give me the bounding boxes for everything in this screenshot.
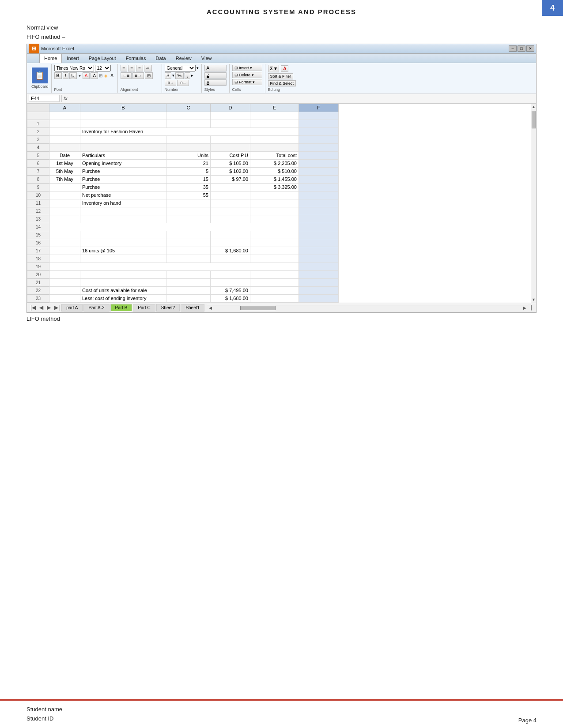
cell[interactable] xyxy=(49,112,80,120)
sheet-tab-sheet1[interactable]: Sheet1 xyxy=(181,304,204,311)
cell[interactable] xyxy=(299,159,339,167)
cell[interactable] xyxy=(299,215,339,223)
cell[interactable] xyxy=(49,286,80,294)
tab-formulas[interactable]: Formulas xyxy=(121,54,151,63)
cell[interactable] xyxy=(299,207,339,215)
h-scroll-thumb[interactable] xyxy=(240,306,276,310)
cell[interactable] xyxy=(250,247,299,255)
cell[interactable] xyxy=(299,175,339,183)
cell[interactable]: 55 xyxy=(166,191,211,199)
cell[interactable] xyxy=(250,135,299,143)
font-size-select[interactable]: 12 xyxy=(95,65,111,71)
cell[interactable] xyxy=(211,278,250,286)
cell[interactable] xyxy=(250,231,299,239)
fill-button[interactable]: A xyxy=(281,65,288,72)
restore-button[interactable]: □ xyxy=(518,45,525,52)
cell[interactable] xyxy=(166,294,211,302)
cell[interactable] xyxy=(166,199,211,207)
cell[interactable] xyxy=(166,207,211,215)
scroll-thumb[interactable] xyxy=(532,111,536,128)
cell[interactable] xyxy=(299,135,339,143)
tab-page-layout[interactable]: Page Layout xyxy=(84,54,121,63)
decimal-increase-button[interactable]: .0→ xyxy=(165,80,177,86)
cell[interactable] xyxy=(49,270,80,278)
cell[interactable] xyxy=(299,247,339,255)
cell[interactable] xyxy=(166,247,211,255)
cell[interactable]: $ 3,325.00 xyxy=(250,183,299,191)
cell[interactable] xyxy=(166,286,211,294)
tab-nav-next[interactable]: ▶ xyxy=(45,304,53,311)
currency-button[interactable]: $ xyxy=(165,72,172,79)
find-select-button[interactable]: Find & Select xyxy=(268,80,296,86)
office-button[interactable]: ⊞ xyxy=(29,44,39,53)
cell[interactable] xyxy=(49,278,80,286)
delete-cells-button[interactable]: ⊟ Delete ▾ xyxy=(232,72,262,78)
cell[interactable] xyxy=(250,270,299,278)
cell[interactable]: Particulars xyxy=(80,151,166,159)
sheet-tab-part-a[interactable]: part A xyxy=(61,304,83,311)
cell[interactable] xyxy=(166,135,211,143)
cell[interactable] xyxy=(166,120,211,128)
cell[interactable] xyxy=(299,231,339,239)
cell[interactable] xyxy=(211,215,250,223)
indent-increase-button[interactable]: ≡→ xyxy=(132,72,144,79)
cell[interactable] xyxy=(49,183,80,191)
cell[interactable] xyxy=(250,120,299,128)
cell[interactable]: Purchse xyxy=(80,167,166,175)
cell[interactable]: $ 1,680.00 xyxy=(211,294,250,302)
cell[interactable] xyxy=(211,112,250,120)
cell[interactable]: 7th May xyxy=(49,175,80,183)
align-center-button[interactable]: ≡ xyxy=(128,65,135,71)
cell[interactable] xyxy=(299,183,339,191)
cell[interactable] xyxy=(299,239,339,247)
cell[interactable] xyxy=(49,120,80,128)
sheet-tab-part-c[interactable]: Part C xyxy=(133,304,155,311)
cell[interactable]: 15 xyxy=(166,175,211,183)
tab-nav-last[interactable]: ▶| xyxy=(53,304,61,311)
cell[interactable] xyxy=(299,128,339,135)
cell[interactable] xyxy=(250,215,299,223)
cell[interactable]: 5 xyxy=(166,167,211,175)
font-highlight-button[interactable]: A xyxy=(91,72,98,79)
align-right-button[interactable]: ≡ xyxy=(136,65,143,71)
cell[interactable] xyxy=(49,231,80,239)
cell-units-header[interactable] xyxy=(166,143,211,151)
cell[interactable] xyxy=(80,215,166,223)
cell[interactable]: $ 2,205.00 xyxy=(250,159,299,167)
tab-nav-prev[interactable]: ◀ xyxy=(38,304,45,311)
cell[interactable] xyxy=(250,286,299,294)
indent-decrease-button[interactable]: ←≡ xyxy=(121,72,132,79)
number-format-select[interactable]: General xyxy=(165,65,196,71)
cell[interactable] xyxy=(49,199,80,207)
cell-particulars-header[interactable] xyxy=(80,143,166,151)
cell[interactable] xyxy=(80,112,166,120)
cell[interactable]: Cost P.U xyxy=(211,151,250,159)
cell[interactable] xyxy=(211,183,250,191)
scroll-left-arrow[interactable]: ◀ xyxy=(207,306,214,310)
tab-nav-first[interactable]: |◀ xyxy=(29,304,38,311)
cell[interactable] xyxy=(299,286,339,294)
cell[interactable] xyxy=(211,207,250,215)
cell[interactable] xyxy=(211,231,250,239)
cell[interactable] xyxy=(80,120,166,128)
cell[interactable] xyxy=(49,191,80,199)
cell[interactable]: 21 xyxy=(166,159,211,167)
cell[interactable] xyxy=(211,120,250,128)
cell[interactable] xyxy=(80,207,166,215)
tab-home[interactable]: Home xyxy=(39,54,62,63)
align-left-button[interactable]: ≡ xyxy=(121,65,128,71)
cell[interactable] xyxy=(250,199,299,207)
cell[interactable]: $ 7,495.00 xyxy=(211,286,250,294)
cell[interactable]: 5th May xyxy=(49,167,80,175)
cell[interactable]: Units xyxy=(166,151,211,159)
cell[interactable] xyxy=(49,135,80,143)
cell[interactable]: Cost of units available for sale xyxy=(80,286,166,294)
cell-cost-pu-header[interactable] xyxy=(211,143,250,151)
merge-button[interactable]: ⊞ xyxy=(145,72,153,79)
cell[interactable] xyxy=(250,191,299,199)
format-table-button[interactable]: Z̲ xyxy=(204,72,227,79)
cell[interactable]: 35 xyxy=(166,183,211,191)
sheet-tab-part-a3[interactable]: Part A-3 xyxy=(83,304,109,311)
cell[interactable] xyxy=(299,294,339,302)
cell[interactable] xyxy=(250,239,299,247)
